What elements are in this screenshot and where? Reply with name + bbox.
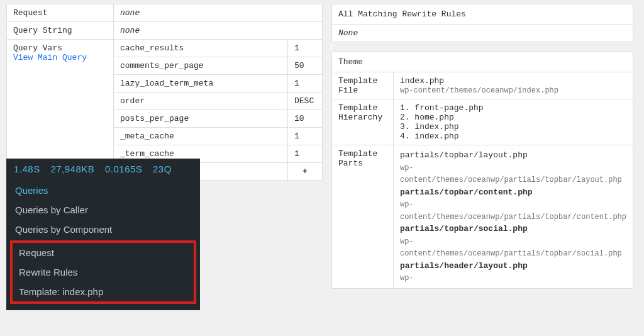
rewrite-title: All Matching Rewrite Rules [332,4,633,25]
row-request-label: Request [7,4,114,22]
qv-val-3: DESC [288,92,323,110]
qv-key-5: _meta_cache [114,128,288,145]
menu-queries-by-component[interactable]: Queries by Component [6,220,200,239]
row-querystring-label: Query String [7,22,114,40]
qv-val-2: 1 [288,75,323,92]
qv-key-2: lazy_load_term_meta [114,75,288,92]
template-hierarchy-label: TemplateHierarchy [332,99,394,145]
template-parts-label: TemplateParts [332,145,394,289]
view-main-query-link[interactable]: View Main Query [13,53,87,62]
qv-val-1: 50 [288,57,323,75]
stat-memory: 27,948KB [50,164,94,174]
menu-request[interactable]: Request [13,243,194,262]
qv-key-3: order [114,92,288,110]
highlighted-menu-group: Request Rewrite Rules Template: index.ph… [10,240,196,304]
qm-left-panel: Request none Query String none Query Var… [6,4,323,181]
menu-queries[interactable]: Queries [6,181,200,200]
qm-stats: 1.48S 27,948KB 0.0165S 23Q [6,159,200,181]
qv-val-5: 1 [288,128,323,145]
qm-right-panel: All Matching Rewrite Rules None Theme Te… [331,4,633,289]
row-querystring-value: none [114,22,323,40]
stat-dbtime: 0.0165S [105,164,142,174]
rewrite-table: All Matching Rewrite Rules None Theme Te… [331,4,633,289]
rewrite-value: None [332,25,633,42]
stat-time: 1.48S [14,164,40,174]
menu-template[interactable]: Template: index.php [13,282,194,301]
qv-val-4: 10 [288,110,323,128]
qv-key-0: cache_results [114,40,288,57]
theme-title: Theme [332,52,633,72]
menu-rewrite-rules[interactable]: Rewrite Rules [13,262,194,282]
qv-key-1: comments_per_page [114,57,288,75]
qv-val-0: 1 [288,40,323,57]
template-file-label: TemplateFile [332,72,394,99]
template-parts-value: partials/topbar/layout.php wp-content/th… [393,145,633,289]
template-file-value: index.php wp-content/themes/oceanwp/inde… [393,72,633,99]
stat-queries: 23Q [153,164,172,174]
row-request-value: none [114,4,323,22]
qv-key-4: posts_per_page [114,110,288,128]
qm-admin-bar: 1.48S 27,948KB 0.0165S 23Q Queries Queri… [6,159,200,310]
expand-button[interactable]: + [288,163,323,181]
menu-queries-by-caller[interactable]: Queries by Caller [6,200,200,220]
request-table: Request none Query String none Query Var… [6,4,323,181]
qv-val-6: 1 [288,145,323,163]
template-hierarchy-value: 1. front-page.php 2. home.php 3. index.p… [393,99,633,145]
